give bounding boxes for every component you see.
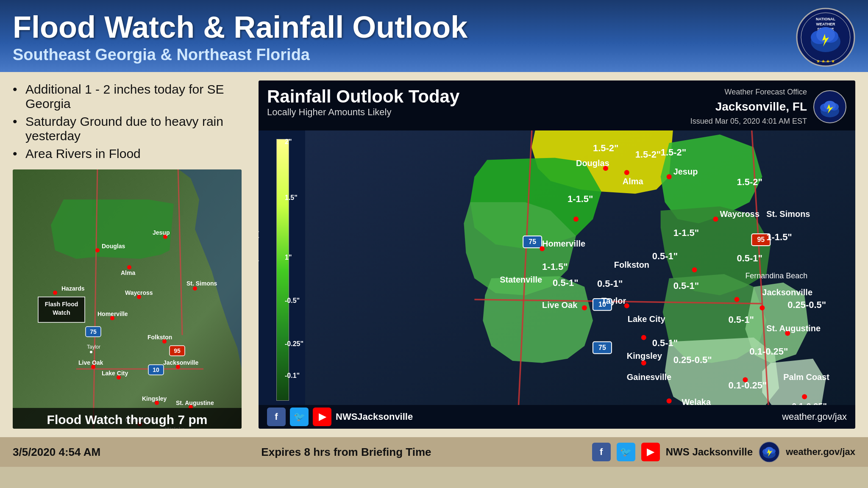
wfo-info: Weather Forecast Office Jacksonville, FL…	[690, 86, 807, 127]
rainfall-website: weather.gov/jax	[782, 411, 847, 422]
svg-text:Welaka: Welaka	[682, 398, 711, 405]
svg-text:Jacksonville: Jacksonville	[163, 359, 198, 366]
svg-text:Kingsley: Kingsley	[142, 395, 167, 402]
svg-point-96	[667, 399, 672, 404]
svg-text:1.5-2": 1.5-2"	[737, 177, 762, 187]
page-header: Flood Watch & Rainfall Outlook Southeast…	[0, 0, 868, 72]
svg-text:Homerville: Homerville	[97, 311, 128, 317]
svg-text:1.5-2": 1.5-2"	[593, 143, 618, 153]
svg-text:Flood Watch through 7 pm: Flood Watch through 7 pm	[47, 413, 208, 427]
rainfall-title-group: Rainfall Outlook Today Locally Higher Am…	[267, 86, 459, 118]
svg-text:1-1.5": 1-1.5"	[568, 194, 593, 204]
svg-text:Jacksonville: Jacksonville	[762, 288, 812, 297]
rainfall-panel: Rainfall Outlook Today Locally Higher Am…	[259, 80, 855, 429]
svg-text:95: 95	[757, 236, 765, 243]
legend-label-1: 1"	[285, 254, 292, 261]
svg-text:St. Augustine: St. Augustine	[766, 324, 821, 333]
rainfall-yt-icon[interactable]: ▶	[313, 408, 331, 426]
svg-text:Fernandina Beach: Fernandina Beach	[745, 272, 807, 280]
svg-text:0.1-0.25": 0.1-0.25"	[749, 346, 788, 357]
svg-point-26	[95, 248, 100, 252]
bullet-item-3: Area Rivers in Flood	[13, 145, 242, 163]
svg-text:Gainesville: Gainesville	[627, 372, 671, 382]
svg-text:0.5-1": 0.5-1"	[737, 253, 762, 263]
svg-text:★ ★ ★ ★: ★ ★ ★ ★	[816, 59, 835, 64]
page-footer: 3/5/2020 4:54 AM Expires 8 hrs from Brie…	[0, 437, 868, 467]
footer-nws-label: NWS Jacksonville	[666, 446, 753, 458]
svg-text:0.25-0.5": 0.25-0.5"	[787, 299, 826, 310]
wfo-title: Weather Forecast Office	[690, 86, 807, 98]
svg-text:Live Oak: Live Oak	[78, 359, 103, 366]
legend-label-0-25: -0.25"	[285, 340, 303, 348]
svg-text:0.5-1": 0.5-1"	[728, 314, 754, 325]
svg-text:Jesup: Jesup	[673, 167, 698, 176]
legend-label-0-1: -0.1"	[285, 372, 300, 380]
nws-logo: NATIONAL WEATHER SERVICE ★ ★ ★ ★	[796, 8, 855, 67]
svg-text:1-1.5": 1-1.5"	[766, 232, 792, 242]
svg-point-84	[573, 216, 579, 222]
rainfall-social-handle: NWSJacksonville	[336, 411, 413, 422]
rainfall-footer: f 🐦 ▶ NWSJacksonville weather.gov/jax	[259, 405, 855, 429]
svg-text:NATIONAL: NATIONAL	[816, 17, 835, 21]
svg-text:Taylor: Taylor	[87, 344, 100, 350]
svg-point-28	[127, 265, 131, 269]
wfo-city: Jacksonville, FL	[690, 98, 807, 116]
rainfall-svg-map: 75 95 10 75	[305, 130, 855, 405]
svg-text:0.1-0.25": 0.1-0.25"	[792, 402, 827, 405]
footer-url: weather.gov/jax	[786, 446, 855, 458]
svg-text:St. Augustine: St. Augustine	[176, 399, 214, 406]
svg-point-86	[692, 267, 697, 272]
legend-label-1-5: 1.5"	[285, 194, 298, 202]
svg-text:10: 10	[153, 366, 159, 373]
svg-point-83	[713, 216, 718, 222]
svg-text:WEATHER: WEATHER	[816, 22, 835, 26]
svg-text:Hazards: Hazards	[61, 285, 85, 292]
footer-datetime: 3/5/2020 4:54 AM	[13, 446, 100, 459]
svg-text:95: 95	[174, 347, 181, 354]
svg-text:1.5-2": 1.5-2"	[635, 149, 661, 160]
svg-point-90	[641, 335, 646, 340]
flood-map-svg: 75 95 10 Flash Flood Watch Hazards Dougl…	[13, 169, 242, 429]
svg-text:0.1-0.25": 0.1-0.25"	[728, 380, 767, 391]
rainfall-fb-icon[interactable]: f	[267, 408, 286, 426]
svg-text:0.5-1": 0.5-1"	[652, 338, 678, 348]
svg-text:0.5-1": 0.5-1"	[673, 280, 699, 291]
svg-text:Live Oak: Live Oak	[542, 300, 578, 310]
svg-point-34	[193, 286, 197, 291]
header-title-group: Flood Watch & Rainfall Outlook Southeast…	[13, 11, 467, 64]
svg-text:0.5-1": 0.5-1"	[597, 278, 623, 289]
svg-point-89	[734, 297, 739, 302]
svg-text:Waycross: Waycross	[125, 289, 153, 296]
bullet-list: Additional 1 - 2 inches today for SE Geo…	[13, 80, 242, 163]
svg-text:Folkston: Folkston	[147, 334, 172, 341]
footer-tw-icon[interactable]: 🐦	[617, 443, 635, 461]
rainfall-tw-icon[interactable]: 🐦	[290, 408, 309, 426]
svg-text:Lake City: Lake City	[102, 370, 128, 377]
rainfall-title: Rainfall Outlook Today	[267, 86, 459, 107]
svg-text:75: 75	[598, 344, 606, 351]
svg-text:St. Simons: St. Simons	[186, 280, 217, 287]
svg-text:Jesup: Jesup	[153, 229, 170, 236]
svg-text:Lake City: Lake City	[628, 314, 665, 324]
svg-text:1.5-2": 1.5-2"	[661, 147, 686, 158]
legend-label-2: 2"	[285, 138, 292, 146]
main-content: Additional 1 - 2 inches today for SE Geo…	[0, 72, 868, 437]
svg-text:Watch: Watch	[53, 309, 70, 316]
svg-text:75: 75	[529, 238, 536, 245]
legend: Storm Total Precipitation (in) 2" 1.5" 1…	[264, 135, 302, 405]
footer-yt-icon[interactable]: ▶	[641, 443, 660, 461]
left-panel: Additional 1 - 2 inches today for SE Geo…	[13, 80, 242, 429]
svg-text:St. Simons: St. Simons	[766, 209, 810, 219]
rainfall-subtitle: Locally Higher Amounts Likely	[267, 107, 459, 118]
main-title: Flood Watch & Rainfall Outlook	[13, 11, 467, 44]
svg-text:0.5-1": 0.5-1"	[652, 251, 678, 261]
svg-text:1-1.5": 1-1.5"	[542, 261, 568, 272]
region-subtitle: Southeast Georgia & Northeast Florida	[13, 46, 467, 64]
bullet-item-1: Additional 1 - 2 inches today for SE Geo…	[13, 80, 242, 113]
rainfall-header: Rainfall Outlook Today Locally Higher Am…	[259, 80, 855, 130]
svg-text:Alma: Alma	[623, 177, 644, 186]
svg-text:Douglas: Douglas	[102, 243, 125, 250]
legend-label-0-5: -0.5"	[285, 297, 300, 305]
footer-fb-icon[interactable]: f	[592, 443, 611, 461]
svg-point-24	[53, 291, 57, 295]
